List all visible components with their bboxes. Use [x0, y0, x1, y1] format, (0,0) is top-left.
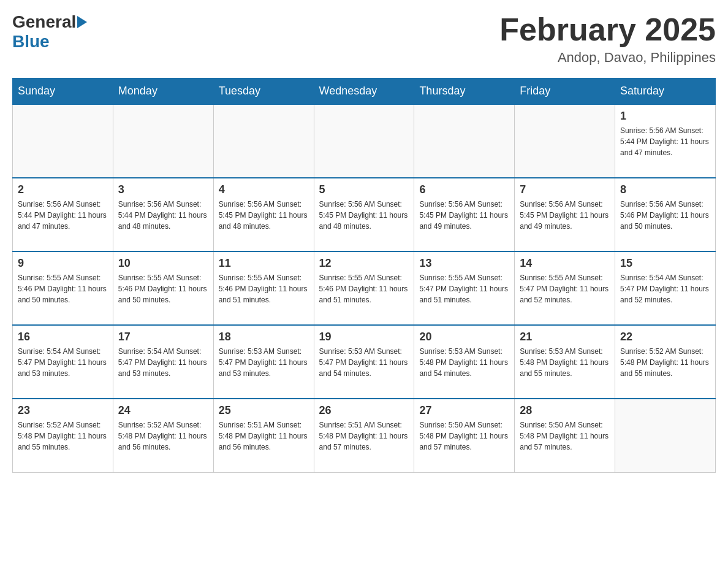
day-number: 23 [18, 404, 108, 417]
day-number: 19 [319, 331, 409, 343]
day-info: Sunrise: 5:56 AM Sunset: 5:44 PM Dayligh… [620, 125, 710, 158]
day-of-week-header: Saturday [615, 79, 716, 105]
logo-blue-text: Blue [12, 32, 50, 51]
day-info: Sunrise: 5:51 AM Sunset: 5:48 PM Dayligh… [319, 419, 409, 453]
calendar-cell: 17Sunrise: 5:54 AM Sunset: 5:47 PM Dayli… [113, 325, 213, 399]
calendar-cell [515, 104, 615, 178]
day-number: 7 [520, 183, 610, 196]
week-row: 16Sunrise: 5:54 AM Sunset: 5:47 PM Dayli… [13, 325, 716, 399]
day-number: 1 [620, 110, 710, 123]
day-number: 15 [620, 257, 710, 270]
calendar-cell: 14Sunrise: 5:55 AM Sunset: 5:47 PM Dayli… [515, 251, 615, 325]
day-number: 24 [118, 404, 208, 417]
day-of-week-header: Sunday [13, 79, 113, 105]
day-number: 28 [520, 404, 610, 417]
calendar-cell: 25Sunrise: 5:51 AM Sunset: 5:48 PM Dayli… [213, 399, 314, 472]
calendar-cell: 22Sunrise: 5:52 AM Sunset: 5:48 PM Dayli… [615, 325, 716, 399]
calendar-cell: 1Sunrise: 5:56 AM Sunset: 5:44 PM Daylig… [615, 104, 716, 178]
logo-arrow-icon [77, 16, 87, 28]
day-info: Sunrise: 5:55 AM Sunset: 5:46 PM Dayligh… [219, 272, 309, 305]
logo: General Blue [12, 12, 88, 52]
calendar-cell: 4Sunrise: 5:56 AM Sunset: 5:45 PM Daylig… [213, 178, 314, 251]
day-info: Sunrise: 5:52 AM Sunset: 5:48 PM Dayligh… [118, 419, 208, 453]
day-info: Sunrise: 5:53 AM Sunset: 5:47 PM Dayligh… [319, 346, 409, 379]
day-number: 17 [118, 331, 208, 343]
calendar-table: SundayMondayTuesdayWednesdayThursdayFrid… [12, 78, 716, 473]
day-info: Sunrise: 5:55 AM Sunset: 5:46 PM Dayligh… [18, 272, 108, 305]
day-info: Sunrise: 5:55 AM Sunset: 5:46 PM Dayligh… [319, 272, 409, 305]
day-number: 18 [219, 331, 309, 343]
calendar-cell: 15Sunrise: 5:54 AM Sunset: 5:47 PM Dayli… [615, 251, 716, 325]
day-number: 4 [219, 183, 309, 196]
day-info: Sunrise: 5:52 AM Sunset: 5:48 PM Dayligh… [18, 419, 108, 453]
day-info: Sunrise: 5:56 AM Sunset: 5:46 PM Dayligh… [620, 199, 710, 232]
calendar-cell: 13Sunrise: 5:55 AM Sunset: 5:47 PM Dayli… [414, 251, 515, 325]
calendar-cell: 16Sunrise: 5:54 AM Sunset: 5:47 PM Dayli… [13, 325, 113, 399]
day-number: 22 [620, 331, 710, 343]
week-row: 23Sunrise: 5:52 AM Sunset: 5:48 PM Dayli… [13, 399, 716, 472]
calendar-cell: 23Sunrise: 5:52 AM Sunset: 5:48 PM Dayli… [13, 399, 113, 472]
calendar-cell: 8Sunrise: 5:56 AM Sunset: 5:46 PM Daylig… [615, 178, 716, 251]
day-info: Sunrise: 5:56 AM Sunset: 5:44 PM Dayligh… [18, 199, 108, 232]
day-number: 3 [118, 183, 208, 196]
header-row: SundayMondayTuesdayWednesdayThursdayFrid… [13, 79, 716, 105]
calendar-cell [615, 399, 716, 472]
calendar-cell [314, 104, 414, 178]
calendar-cell: 6Sunrise: 5:56 AM Sunset: 5:45 PM Daylig… [414, 178, 515, 251]
day-info: Sunrise: 5:50 AM Sunset: 5:48 PM Dayligh… [520, 419, 610, 453]
day-number: 11 [219, 257, 309, 270]
day-number: 2 [18, 183, 108, 196]
calendar-cell: 28Sunrise: 5:50 AM Sunset: 5:48 PM Dayli… [515, 399, 615, 472]
day-info: Sunrise: 5:56 AM Sunset: 5:45 PM Dayligh… [520, 199, 610, 232]
day-number: 26 [319, 404, 409, 417]
week-row: 1Sunrise: 5:56 AM Sunset: 5:44 PM Daylig… [13, 104, 716, 178]
day-of-week-header: Friday [515, 79, 615, 105]
calendar-cell [414, 104, 515, 178]
calendar-cell: 21Sunrise: 5:53 AM Sunset: 5:48 PM Dayli… [515, 325, 615, 399]
calendar-cell: 2Sunrise: 5:56 AM Sunset: 5:44 PM Daylig… [13, 178, 113, 251]
calendar-cell: 3Sunrise: 5:56 AM Sunset: 5:44 PM Daylig… [113, 178, 213, 251]
calendar-cell [213, 104, 314, 178]
calendar-cell: 19Sunrise: 5:53 AM Sunset: 5:47 PM Dayli… [314, 325, 414, 399]
page-header: General Blue February 2025 Andop, Davao,… [12, 12, 716, 66]
day-info: Sunrise: 5:53 AM Sunset: 5:48 PM Dayligh… [419, 346, 509, 379]
calendar-cell: 27Sunrise: 5:50 AM Sunset: 5:48 PM Dayli… [414, 399, 515, 472]
day-number: 5 [319, 183, 409, 196]
day-number: 14 [520, 257, 610, 270]
day-info: Sunrise: 5:50 AM Sunset: 5:48 PM Dayligh… [419, 419, 509, 453]
day-number: 25 [219, 404, 309, 417]
day-info: Sunrise: 5:56 AM Sunset: 5:44 PM Dayligh… [118, 199, 208, 232]
month-title: February 2025 [499, 12, 716, 47]
day-number: 8 [620, 183, 710, 196]
day-of-week-header: Thursday [414, 79, 515, 105]
day-info: Sunrise: 5:56 AM Sunset: 5:45 PM Dayligh… [319, 199, 409, 232]
location-subtitle: Andop, Davao, Philippines [499, 50, 716, 66]
day-info: Sunrise: 5:54 AM Sunset: 5:47 PM Dayligh… [118, 346, 208, 379]
calendar-cell [113, 104, 213, 178]
day-of-week-header: Wednesday [314, 79, 414, 105]
calendar-cell: 5Sunrise: 5:56 AM Sunset: 5:45 PM Daylig… [314, 178, 414, 251]
calendar-cell: 24Sunrise: 5:52 AM Sunset: 5:48 PM Dayli… [113, 399, 213, 472]
calendar-cell: 9Sunrise: 5:55 AM Sunset: 5:46 PM Daylig… [13, 251, 113, 325]
day-number: 20 [419, 331, 509, 343]
day-info: Sunrise: 5:55 AM Sunset: 5:46 PM Dayligh… [118, 272, 208, 305]
week-row: 9Sunrise: 5:55 AM Sunset: 5:46 PM Daylig… [13, 251, 716, 325]
calendar-cell: 11Sunrise: 5:55 AM Sunset: 5:46 PM Dayli… [213, 251, 314, 325]
day-number: 21 [520, 331, 610, 343]
week-row: 2Sunrise: 5:56 AM Sunset: 5:44 PM Daylig… [13, 178, 716, 251]
day-info: Sunrise: 5:56 AM Sunset: 5:45 PM Dayligh… [219, 199, 309, 232]
day-info: Sunrise: 5:53 AM Sunset: 5:47 PM Dayligh… [219, 346, 309, 379]
day-number: 16 [18, 331, 108, 343]
day-number: 10 [118, 257, 208, 270]
calendar-cell: 18Sunrise: 5:53 AM Sunset: 5:47 PM Dayli… [213, 325, 314, 399]
calendar-cell: 26Sunrise: 5:51 AM Sunset: 5:48 PM Dayli… [314, 399, 414, 472]
day-info: Sunrise: 5:54 AM Sunset: 5:47 PM Dayligh… [620, 272, 710, 305]
logo-general-text: General [12, 12, 76, 32]
day-info: Sunrise: 5:54 AM Sunset: 5:47 PM Dayligh… [18, 346, 108, 379]
calendar-cell: 7Sunrise: 5:56 AM Sunset: 5:45 PM Daylig… [515, 178, 615, 251]
day-info: Sunrise: 5:53 AM Sunset: 5:48 PM Dayligh… [520, 346, 610, 379]
day-number: 12 [319, 257, 409, 270]
title-section: February 2025 Andop, Davao, Philippines [499, 12, 716, 66]
calendar-cell: 10Sunrise: 5:55 AM Sunset: 5:46 PM Dayli… [113, 251, 213, 325]
day-number: 6 [419, 183, 509, 196]
